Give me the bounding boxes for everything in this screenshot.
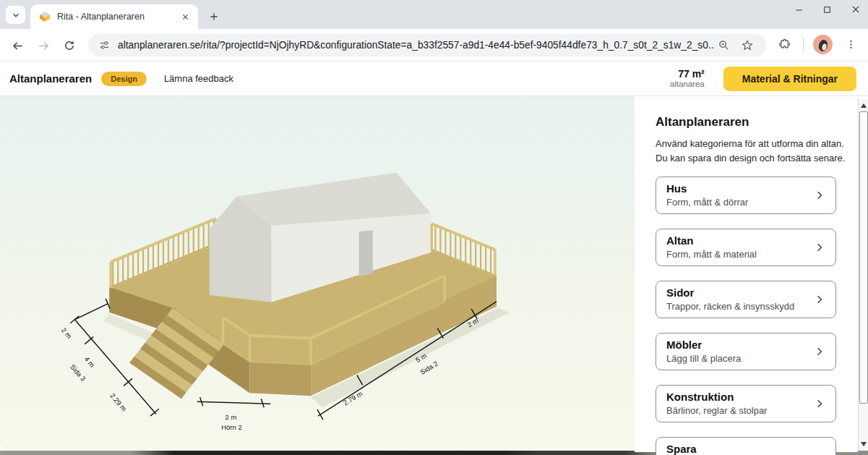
dim-left-segment-3: 2.29 m — [108, 391, 128, 412]
scrollbar-up-arrow[interactable] — [861, 103, 867, 108]
tab-strip: Rita - Altanplaneraren — [0, 0, 868, 29]
sidebar-scrollbar[interactable] — [858, 99, 868, 451]
dim-corner-name: Hörn 2 — [221, 423, 241, 431]
deck-area-summary: 77 m² altanarea — [670, 68, 705, 89]
url-text: altanplaneraren.se/rita/?projectId=NjOjh… — [118, 40, 715, 51]
design-mode-badge: Design — [101, 72, 147, 86]
material-drawings-button[interactable]: Material & Ritningar — [723, 67, 856, 91]
category-card-mobler[interactable]: Möbler Lägg till & placera — [656, 333, 836, 370]
reload-button[interactable] — [59, 35, 80, 56]
tab-title: Rita - Altanplaneraren — [57, 12, 178, 22]
new-tab-button[interactable] — [204, 7, 224, 27]
profile-avatar[interactable] — [813, 35, 833, 54]
deck-3d-viewport[interactable]: 2 m 4 m Sida 3 2.29 m 2 m Hörn 2 2.79 m … — [0, 96, 635, 451]
app-header: Altanplaneraren Design Lämna feedback 77… — [0, 61, 868, 96]
kebab-menu-icon — [846, 39, 856, 50]
card-title: Möbler — [666, 339, 814, 352]
window-maximize-button[interactable] — [822, 5, 832, 14]
plus-icon — [209, 12, 219, 22]
tab-close-button[interactable] — [178, 9, 192, 24]
bookmark-button[interactable] — [739, 37, 756, 54]
card-title: Altan — [666, 234, 814, 248]
site-settings-icon — [98, 39, 111, 51]
site-favicon — [39, 11, 51, 22]
star-icon — [741, 39, 754, 52]
chevron-right-icon — [814, 398, 825, 409]
dim-left-side-name: Sida 3 — [69, 362, 87, 382]
minimize-icon — [794, 5, 804, 14]
window-close-button[interactable] — [851, 4, 861, 14]
close-icon — [181, 13, 189, 21]
toolbar-divider — [803, 38, 804, 52]
dim-left-segment-2: 4 m — [83, 355, 97, 369]
app-brand: Altanplaneraren — [9, 72, 92, 85]
category-card-sidor[interactable]: Sidor Trappor, räcken & insynsskydd — [656, 281, 836, 318]
card-title: Spara — [666, 443, 814, 455]
dim-left-segment-1: 2 m — [60, 326, 74, 340]
window-minimize-button[interactable] — [794, 5, 804, 14]
category-cards: Hus Form, mått & dörrar Altan Form, mått… — [656, 177, 836, 455]
dim-corner-length: 2 m — [225, 413, 237, 421]
deck-3d-scene: 2 m 4 m Sida 3 2.29 m 2 m Hörn 2 2.79 m … — [0, 96, 635, 451]
back-button[interactable] — [7, 35, 28, 56]
card-title: Konstruktion — [666, 391, 814, 404]
magnifier-minus-icon — [718, 39, 730, 51]
zoom-out-page-button[interactable] — [715, 37, 732, 54]
puzzle-icon — [778, 38, 791, 51]
maximize-icon — [822, 5, 832, 14]
category-card-konstruktion[interactable]: Konstruktion Bärlinor, reglar & stolpar — [656, 385, 836, 422]
category-card-altan[interactable]: Altan Form, mått & material — [656, 229, 836, 266]
forward-arrow-icon — [37, 39, 51, 53]
card-subtitle: Lägg till & placera — [666, 353, 814, 365]
feedback-link[interactable]: Lämna feedback — [164, 73, 233, 84]
card-subtitle: Bärlinor, reglar & stolpar — [666, 405, 814, 417]
deck-side-corner — [249, 362, 311, 396]
card-subtitle: Form, mått & dörrar — [666, 197, 814, 208]
browser-tab[interactable]: Rita - Altanplaneraren — [30, 4, 198, 29]
category-card-spara[interactable]: Spara Spara din design och fortsätt sena… — [656, 437, 836, 455]
browser-menu-button[interactable] — [842, 36, 859, 54]
chevron-right-icon — [814, 346, 825, 357]
deck-area-label: altanarea — [670, 80, 705, 89]
sidebar-title: Altanplaneraren — [656, 115, 858, 129]
tab-search-button[interactable] — [6, 6, 25, 24]
house-door — [359, 230, 373, 276]
extensions-button[interactable] — [775, 35, 794, 54]
category-card-hus[interactable]: Hus Form, mått & dörrar — [656, 177, 836, 214]
chevron-right-icon — [814, 242, 825, 253]
url-bar[interactable]: altanplaneraren.se/rita/?projectId=NjOjh… — [88, 34, 766, 56]
penguin-avatar-icon — [813, 35, 833, 54]
chevron-right-icon — [814, 190, 825, 201]
card-title: Sidor — [666, 286, 814, 300]
reload-icon — [63, 39, 76, 52]
back-arrow-icon — [11, 39, 25, 53]
chevron-down-icon — [11, 10, 21, 20]
card-title: Hus — [666, 182, 814, 196]
scrollbar-thumb[interactable] — [859, 111, 868, 404]
scrollbar-down-arrow[interactable] — [861, 442, 867, 446]
deck-area-value: 77 m² — [670, 68, 705, 80]
sidebar: Altanplaneraren Använd kategorierna för … — [635, 96, 858, 452]
browser-toolbar: altanplaneraren.se/rita/?projectId=NjOjh… — [0, 29, 868, 61]
close-icon — [851, 4, 861, 14]
sidebar-description: Använd kategorierna för att utforma din … — [656, 137, 846, 165]
forward-button[interactable] — [33, 35, 54, 56]
chevron-right-icon — [814, 294, 825, 305]
card-subtitle: Form, mått & material — [666, 249, 814, 260]
card-subtitle: Trappor, räcken & insynsskydd — [666, 301, 814, 312]
